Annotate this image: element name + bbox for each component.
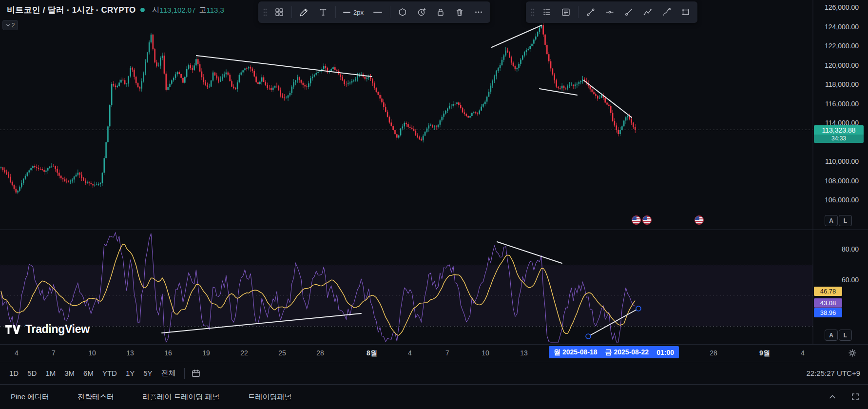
data-window-icon — [561, 7, 571, 17]
symbol-bar: 비트코인 / 달러 · 1시간 · CRYPTO 시 113,102.07 고 … — [7, 3, 224, 16]
tradingview-watermark: TradingView — [5, 323, 90, 336]
range-toolbar: 1D5D1M3M6MYTD1Y5Y전체 22:25:27 UTC+9 — [0, 362, 868, 384]
time-axis-tick: 10 — [88, 349, 96, 357]
auto-scale-button[interactable]: A — [825, 215, 838, 226]
price-axis-label: 126,000.00 — [814, 3, 863, 11]
trend-line[interactable] — [540, 89, 577, 95]
polygon-tool-button[interactable] — [394, 4, 411, 20]
open-label: 시 — [153, 5, 160, 15]
ray-tool-button[interactable] — [620, 4, 637, 20]
indicator-count: 2 — [12, 22, 15, 29]
trend-line[interactable] — [497, 242, 562, 263]
indicator-axis-label: 60.00 — [814, 276, 863, 284]
bottom-tab[interactable]: Pine 에디터 — [8, 392, 52, 402]
range-button-1D[interactable]: 1D — [5, 367, 23, 380]
brush-icon — [662, 7, 672, 17]
drag-handle-icon[interactable] — [529, 4, 537, 20]
line-handle[interactable] — [636, 306, 641, 311]
tradingview-app: 비트코인 / 달러 · 1시간 · CRYPTO 시 113,102.07 고 … — [0, 0, 868, 409]
horizontal-line-tool-button[interactable] — [601, 4, 618, 20]
toolbar-divider — [184, 368, 185, 379]
log-scale-button[interactable]: L — [839, 215, 852, 226]
trend-line[interactable] — [584, 80, 632, 117]
range-button-5Y[interactable]: 5Y — [139, 367, 156, 380]
range-end-date: 금 2025-08-22 — [605, 348, 649, 357]
line-width-icon — [343, 12, 350, 13]
range-button-6M[interactable]: 6M — [79, 367, 98, 380]
delete-button[interactable] — [451, 4, 468, 20]
us-flag-event-icon[interactable] — [694, 215, 704, 225]
market-open-dot-icon — [140, 8, 145, 12]
range-button-1Y[interactable]: 1Y — [121, 367, 139, 380]
symbol-title[interactable]: 비트코인 / 달러 · 1시간 · CRYPTO — [7, 4, 136, 16]
text-tool-button[interactable] — [314, 4, 332, 20]
lock-icon — [436, 7, 445, 17]
price-axis-label: 118,000.00 — [814, 80, 863, 88]
line-style-button[interactable] — [369, 4, 386, 20]
drag-handle-icon[interactable] — [261, 4, 269, 20]
maximize-icon — [850, 392, 860, 402]
chart-canvas[interactable] — [0, 0, 868, 345]
line-width-button[interactable]: 2px — [339, 4, 367, 20]
bottom-tab[interactable]: 전략테스터 — [75, 392, 117, 402]
polyline-tool-button[interactable] — [639, 4, 656, 20]
calendar-icon — [191, 369, 201, 378]
toolbar-divider — [390, 6, 390, 18]
time-axis-tick: 28 — [710, 349, 717, 357]
bottom-tab[interactable]: 트레이딩패널 — [245, 392, 295, 402]
brush-tool-button[interactable] — [658, 4, 675, 20]
range-button-YTD[interactable]: YTD — [98, 367, 121, 380]
time-axis-settings-button[interactable] — [848, 348, 857, 360]
log-scale-button[interactable]: L — [839, 330, 852, 341]
time-axis-tick: 7 — [445, 349, 449, 357]
time-cycles-button[interactable] — [413, 4, 430, 20]
line-style-icon — [373, 12, 382, 13]
rectangle-tool-button[interactable] — [677, 4, 694, 20]
trend-line[interactable] — [196, 56, 372, 77]
object-tree-button[interactable] — [538, 4, 556, 20]
range-buttons: 1D5D1M3M6MYTD1Y5Y전체 — [5, 366, 180, 380]
pencil-tool-button[interactable] — [295, 4, 313, 20]
price-axis-label: 116,000.00 — [814, 100, 863, 108]
selected-date-range: 월 2025-08-18 금 2025-08-22 01:00 — [549, 346, 679, 358]
last-price-badge: 113,323.88 34:33 — [814, 125, 864, 143]
panel-collapse-button[interactable] — [828, 392, 837, 404]
range-button-1M[interactable]: 1M — [41, 367, 60, 380]
range-start-date: 월 2025-08-18 — [554, 348, 598, 357]
price-axis-label: 110,000.00 — [814, 157, 863, 165]
lock-button[interactable] — [432, 4, 449, 20]
indicator-value-badge: 43.08 — [814, 298, 842, 308]
time-axis[interactable]: 47101316192225288월471013289월4 월 2025-08-… — [0, 345, 868, 362]
us-flag-event-icon[interactable] — [632, 215, 641, 225]
time-axis-tick: 10 — [482, 349, 489, 357]
server-clock[interactable]: 22:25:27 UTC+9 — [807, 369, 861, 377]
range-button-5D[interactable]: 5D — [23, 367, 41, 380]
more-options-button[interactable] — [470, 4, 487, 20]
time-axis-tick: 4 — [801, 349, 805, 357]
time-axis-tick: 28 — [316, 349, 324, 357]
drawing-properties-toolbar: 2px — [258, 1, 490, 23]
go-to-date-button[interactable] — [189, 366, 203, 381]
data-window-button[interactable] — [557, 4, 575, 20]
ellipsis-icon — [474, 7, 483, 17]
range-button-전체[interactable]: 전체 — [157, 366, 180, 380]
time-axis-tick: 4 — [15, 349, 19, 357]
indicator-value-badge: 46.78 — [814, 287, 842, 296]
range-time: 01:00 — [656, 349, 674, 356]
ohlc-readout: 시 113,102.07 고 113,3 — [149, 5, 224, 15]
trend-line-tool-button[interactable] — [582, 4, 599, 20]
layout-template-button[interactable] — [270, 4, 288, 20]
rectangle-icon — [681, 7, 691, 17]
time-axis-tick: 7 — [52, 349, 56, 357]
hexagon-icon — [398, 7, 407, 17]
line-handle[interactable] — [586, 334, 591, 339]
price-axis-label: 122,000.00 — [814, 42, 863, 50]
auto-scale-button[interactable]: A — [825, 330, 838, 341]
last-price-value: 113,323.88 — [814, 125, 864, 135]
bottom-tab[interactable]: 리플레이 트레이딩 패널 — [139, 392, 222, 402]
panel-maximize-button[interactable] — [850, 392, 860, 404]
range-button-3M[interactable]: 3M — [60, 367, 79, 380]
indicator-legend-collapse[interactable]: 2 — [2, 20, 18, 30]
high-label: 고 — [199, 5, 207, 15]
us-flag-event-icon[interactable] — [642, 215, 652, 225]
